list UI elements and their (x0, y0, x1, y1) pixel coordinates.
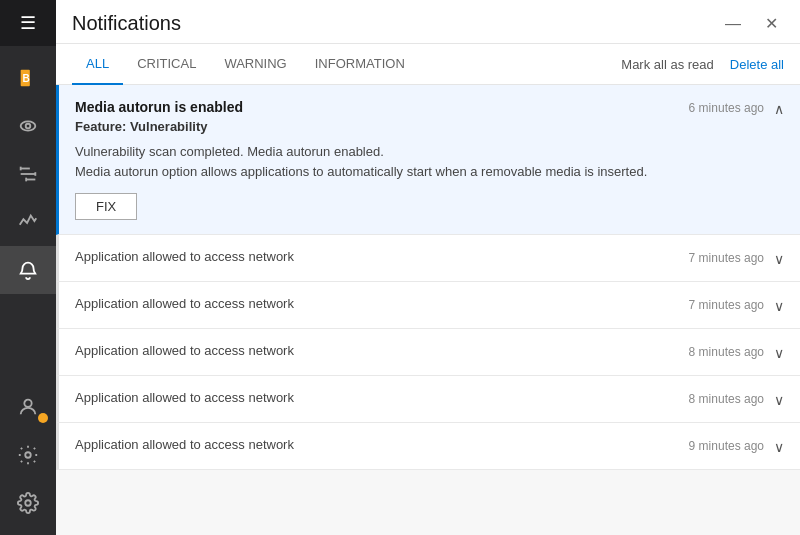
notification-collapsed-content-3: Application allowed to access network (75, 390, 689, 405)
collapsed-title-2: Application allowed to access network (75, 343, 689, 358)
sidebar-nav: B (0, 46, 56, 383)
title-bar: Notifications — ✕ (56, 0, 800, 44)
collapsed-title-0: Application allowed to access network (75, 249, 689, 264)
sidebar-header: ☰ (0, 0, 56, 46)
tabs-actions: Mark all as read Delete all (621, 57, 784, 72)
tab-all[interactable]: ALL (72, 44, 123, 85)
notification-time-1: 7 minutes ago (689, 298, 764, 312)
account-warning-badge (38, 413, 48, 423)
close-button[interactable]: ✕ (759, 12, 784, 35)
notification-time: 6 minutes ago (689, 101, 764, 115)
notification-time-0: 7 minutes ago (689, 251, 764, 265)
notification-collapsed-1[interactable]: Application allowed to access network 7 … (56, 282, 800, 329)
bell-icon (17, 259, 39, 281)
sidebar-bottom (0, 383, 56, 535)
chevron-down-icon-3: ∨ (774, 392, 784, 408)
notification-time-3: 8 minutes ago (689, 392, 764, 406)
desc-line1: Vulnerability scan completed. Media auto… (75, 144, 384, 159)
tab-information[interactable]: INFORMATION (301, 44, 419, 85)
gear-icon (17, 444, 39, 466)
sidebar-item-bitdefender[interactable]: B (0, 54, 56, 102)
sidebar-item-privacy[interactable] (0, 102, 56, 150)
notification-collapsed-4[interactable]: Application allowed to access network 9 … (56, 423, 800, 470)
notification-expanded[interactable]: Media autorun is enabled Feature: Vulner… (56, 85, 800, 235)
sidebar-item-account[interactable] (0, 383, 56, 431)
svg-point-3 (26, 124, 31, 129)
feature-label: Feature: (75, 119, 126, 134)
svg-point-12 (25, 500, 31, 506)
notification-collapsed-0[interactable]: Application allowed to access network 7 … (56, 235, 800, 282)
sidebar-item-tools[interactable] (0, 150, 56, 198)
svg-text:B: B (23, 73, 30, 84)
tools-icon (17, 163, 39, 185)
sidebar-item-settings2[interactable] (0, 479, 56, 527)
svg-point-10 (24, 400, 31, 407)
notification-collapsed-3[interactable]: Application allowed to access network 8 … (56, 376, 800, 423)
notification-meta: 6 minutes ago ∧ (689, 99, 784, 117)
notification-content: Media autorun is enabled Feature: Vulner… (75, 99, 689, 220)
notification-meta-0: 7 minutes ago ∨ (689, 249, 784, 267)
notification-meta-2: 8 minutes ago ∨ (689, 343, 784, 361)
sidebar: ☰ B (0, 0, 56, 535)
sidebar-item-settings[interactable] (0, 431, 56, 479)
tabs: ALL CRITICAL WARNING INFORMATION (72, 44, 621, 84)
chevron-down-icon-1: ∨ (774, 298, 784, 314)
desc-line2: Media autorun option allows applications… (75, 164, 647, 179)
chevron-down-icon-2: ∨ (774, 345, 784, 361)
hamburger-icon[interactable]: ☰ (20, 12, 36, 34)
notification-meta-4: 9 minutes ago ∨ (689, 437, 784, 455)
collapsed-title-3: Application allowed to access network (75, 390, 689, 405)
feature-value: Vulnerability (130, 119, 208, 134)
bitdefender-icon: B (17, 67, 39, 89)
fix-button[interactable]: FIX (75, 193, 137, 220)
chevron-down-icon-0: ∨ (774, 251, 784, 267)
account-icon (17, 396, 39, 418)
tab-critical[interactable]: CRITICAL (123, 44, 210, 85)
minimize-button[interactable]: — (719, 13, 747, 35)
chevron-up-icon: ∧ (774, 101, 784, 117)
notification-collapsed-content-1: Application allowed to access network (75, 296, 689, 311)
notification-description: Vulnerability scan completed. Media auto… (75, 142, 689, 181)
eye-icon (17, 115, 39, 137)
delete-all-button[interactable]: Delete all (730, 57, 784, 72)
collapsed-title-4: Application allowed to access network (75, 437, 689, 452)
notification-collapsed-content-4: Application allowed to access network (75, 437, 689, 452)
activity-icon (17, 211, 39, 233)
notification-feature: Feature: Vulnerability (75, 119, 689, 134)
sidebar-item-notifications[interactable] (0, 246, 56, 294)
panel-title: Notifications (72, 12, 181, 35)
notification-time-2: 8 minutes ago (689, 345, 764, 359)
mark-all-read-button[interactable]: Mark all as read (621, 57, 713, 72)
notification-collapsed-content-2: Application allowed to access network (75, 343, 689, 358)
window-controls: — ✕ (719, 12, 784, 35)
notification-meta-1: 7 minutes ago ∨ (689, 296, 784, 314)
tab-warning[interactable]: WARNING (210, 44, 300, 85)
sidebar-item-activity[interactable] (0, 198, 56, 246)
notification-meta-3: 8 minutes ago ∨ (689, 390, 784, 408)
collapsed-title-1: Application allowed to access network (75, 296, 689, 311)
chevron-down-icon-4: ∨ (774, 439, 784, 455)
notification-collapsed-content-0: Application allowed to access network (75, 249, 689, 264)
main-panel: Notifications — ✕ ALL CRITICAL WARNING I… (56, 0, 800, 535)
tabs-row: ALL CRITICAL WARNING INFORMATION Mark al… (56, 44, 800, 85)
notification-collapsed-2[interactable]: Application allowed to access network 8 … (56, 329, 800, 376)
notification-time-4: 9 minutes ago (689, 439, 764, 453)
gear2-icon (17, 492, 39, 514)
notification-title: Media autorun is enabled (75, 99, 689, 115)
notifications-list: Media autorun is enabled Feature: Vulner… (56, 85, 800, 535)
svg-point-11 (25, 452, 31, 458)
